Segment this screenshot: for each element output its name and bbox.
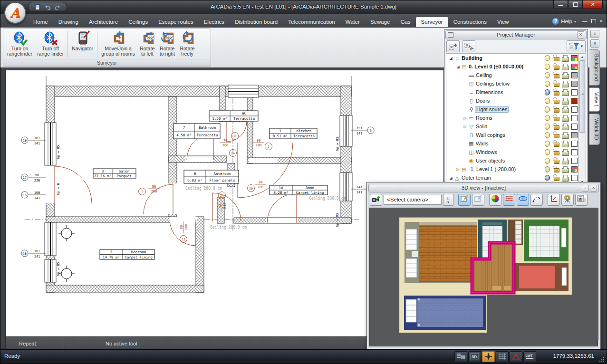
visibility-bulb-icon[interactable] bbox=[545, 81, 550, 86]
add-view-button[interactable]: + bbox=[590, 30, 599, 38]
unlock-icon[interactable] bbox=[554, 160, 559, 164]
3d-view-restore-button[interactable]: ▫ bbox=[582, 185, 589, 192]
3d-view-titlebar[interactable]: 3D view - [Inactive] ▫ ✕ bbox=[368, 184, 599, 192]
visibility-bulb-icon[interactable] bbox=[545, 158, 550, 163]
layer-color-swatch[interactable] bbox=[571, 81, 578, 87]
printer-icon[interactable] bbox=[562, 160, 569, 164]
axes-button[interactable] bbox=[548, 194, 560, 206]
tree-row-0-level-0-0-00-0-00[interactable]: ◢▤0. Level 0 (±0.00=0.00) bbox=[446, 62, 580, 71]
tree-row-rooms[interactable]: ▷▭Rooms bbox=[446, 114, 580, 122]
ribbon-button-turn-on-rangefinder[interactable]: Turn onrangefinder bbox=[5, 29, 35, 59]
ribbon-tab-telecommunication[interactable]: Telecommunication bbox=[283, 17, 340, 27]
unlock-icon[interactable] bbox=[554, 91, 559, 96]
camera-select-dropdown[interactable]: <Select camera> bbox=[384, 195, 442, 205]
undo-button[interactable] bbox=[43, 3, 52, 10]
save-button[interactable] bbox=[33, 3, 42, 10]
ribbon-tab-electrics[interactable]: Electrics bbox=[199, 17, 230, 27]
minimize-button[interactable]: ▬ bbox=[553, 0, 568, 9]
tree-expanded-icon[interactable]: ◢ bbox=[455, 65, 461, 69]
ribbon-tab-surveyor[interactable]: Surveyor bbox=[416, 17, 448, 27]
ribbon-tab-home[interactable]: Home bbox=[28, 17, 53, 27]
unlock-icon[interactable] bbox=[554, 57, 559, 61]
color-settings-button[interactable] bbox=[489, 194, 501, 206]
unlock-icon[interactable] bbox=[554, 108, 559, 113]
unlock-icon[interactable] bbox=[554, 125, 559, 130]
printer-icon[interactable] bbox=[562, 151, 569, 156]
grid-toggle-button[interactable] bbox=[496, 351, 509, 362]
layer-color-swatch[interactable] bbox=[571, 55, 578, 61]
tree-row-doors[interactable]: ▯Doors bbox=[446, 96, 580, 105]
layer-color-swatch[interactable] bbox=[571, 98, 578, 104]
doc-minimize-button[interactable]: — bbox=[582, 18, 588, 24]
view-tab-widok-3d[interactable]: Widok 3D bbox=[589, 114, 600, 145]
render-camera-button[interactable] bbox=[561, 194, 574, 206]
tree-scrollbar[interactable]: ▲ ▼ bbox=[578, 53, 586, 185]
tree-row-1-level-1-280-00[interactable]: ▷▤-1. Level 1 (-280.00) bbox=[446, 165, 580, 173]
camera-path-button[interactable] bbox=[530, 194, 543, 206]
ribbon-tab-gas[interactable]: Gas bbox=[395, 17, 416, 27]
visibility-bulb-icon[interactable] bbox=[545, 175, 550, 181]
ribbon-tab-constructions[interactable]: Constructions bbox=[448, 17, 492, 27]
visibility-bulb-icon[interactable] bbox=[545, 89, 550, 95]
close-button[interactable]: ✕ bbox=[583, 0, 603, 9]
tree-collapsed-icon[interactable]: ▷ bbox=[455, 167, 461, 172]
printer-icon[interactable] bbox=[562, 143, 569, 147]
tree-collapsed-icon[interactable]: ▷ bbox=[462, 116, 468, 120]
save-3d-view-button[interactable]: 3D bbox=[575, 194, 588, 206]
layer-color-swatch[interactable] bbox=[571, 124, 578, 130]
ribbon-tab-drawing[interactable]: Drawing bbox=[53, 17, 84, 27]
view-perspective-2-button[interactable] bbox=[472, 194, 484, 206]
printer-icon[interactable] bbox=[562, 117, 569, 122]
unlock-icon[interactable] bbox=[554, 143, 559, 147]
unlock-icon[interactable] bbox=[554, 151, 559, 155]
unlock-icon[interactable] bbox=[554, 134, 559, 138]
tree-row-ceiling[interactable]: ▬Ceiling bbox=[446, 71, 580, 79]
printer-icon[interactable] bbox=[562, 91, 569, 96]
printer-icon[interactable] bbox=[562, 125, 569, 130]
tree-row-dimensions[interactable]: ↔Dimensions bbox=[446, 88, 580, 96]
doc-restore-button[interactable] bbox=[591, 19, 596, 23]
3d-view-close-button[interactable]: ✕ bbox=[590, 185, 597, 192]
tree-row-outer-terrain[interactable]: ◢△Outer terrain bbox=[446, 173, 580, 182]
visibility-bulb-icon[interactable] bbox=[545, 141, 550, 146]
doc-close-button[interactable]: × bbox=[600, 18, 603, 24]
printer-icon[interactable] bbox=[562, 134, 569, 139]
select-element-button[interactable] bbox=[462, 40, 475, 52]
command-bar-splitter[interactable] bbox=[64, 338, 64, 349]
add-camera-button[interactable] bbox=[370, 194, 382, 206]
ribbon-button-navigator[interactable]: Navigator bbox=[69, 29, 96, 59]
visibility-bulb-icon[interactable] bbox=[545, 72, 550, 78]
ribbon-button-rotate-to-right[interactable]: 90°Rotateto right bbox=[157, 29, 177, 59]
layer-color-swatch[interactable] bbox=[571, 132, 578, 138]
tree-expanded-icon[interactable]: ◢ bbox=[448, 176, 453, 180]
view-tab-background[interactable]: Background bbox=[589, 49, 600, 86]
camera-apply-button[interactable]: ▯▼ bbox=[443, 194, 453, 206]
ribbon-tab-architecture[interactable]: Architecture bbox=[84, 17, 123, 27]
layer-color-swatch[interactable] bbox=[571, 72, 578, 78]
visibility-bulb-icon[interactable] bbox=[545, 132, 550, 138]
visibility-bulb-icon[interactable] bbox=[545, 55, 550, 61]
tree-row-light-sources[interactable]: ⚲Light sources bbox=[446, 105, 580, 114]
unlock-icon[interactable] bbox=[554, 83, 559, 87]
view-tab-view-1[interactable]: View 1 bbox=[589, 87, 600, 112]
tree-expanded-icon[interactable]: ◢ bbox=[448, 56, 453, 60]
project-manager-close-button[interactable]: ✕ bbox=[577, 31, 584, 38]
visibility-bulb-icon[interactable] bbox=[545, 124, 550, 129]
drawing-3d-layers-toggle-button[interactable]: 3D bbox=[454, 351, 467, 362]
unlock-icon[interactable] bbox=[554, 74, 559, 78]
3d-viewport[interactable] bbox=[369, 208, 598, 346]
printer-icon[interactable] bbox=[562, 83, 569, 87]
scrollbar-thumb[interactable] bbox=[579, 60, 585, 133]
add-element-button[interactable] bbox=[446, 40, 460, 52]
brick-textures-button[interactable] bbox=[503, 194, 515, 206]
unlock-icon[interactable] bbox=[554, 168, 559, 172]
tree-row-user-objects[interactable]: ◉User objects bbox=[446, 156, 580, 165]
layer-color-swatch[interactable] bbox=[571, 166, 578, 172]
tree-row-walls[interactable]: ▦Walls bbox=[446, 139, 580, 148]
ribbon-tab-view[interactable]: View bbox=[492, 17, 514, 27]
maximize-button[interactable] bbox=[568, 0, 583, 9]
layer-color-swatch[interactable] bbox=[571, 106, 578, 113]
ribbon-button-rotate-to-left[interactable]: 90°Rotateto left bbox=[137, 29, 157, 59]
tree-row-solid[interactable]: ▷▽Solid bbox=[446, 122, 580, 131]
resize-grip[interactable] bbox=[599, 356, 605, 362]
